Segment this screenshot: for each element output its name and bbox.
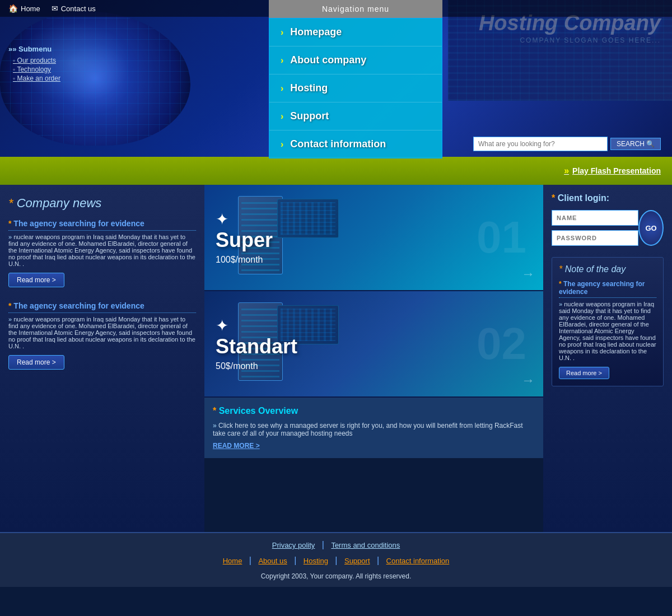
arrow-icon-standart: →	[521, 372, 535, 388]
footer-support-link[interactable]: Support	[344, 557, 370, 565]
submenu-item-products[interactable]: Our products	[8, 57, 60, 64]
plan-content-standart: ✦ Standart 50$/month	[204, 305, 309, 382]
nav-item-label: Hosting	[290, 82, 328, 94]
plan-card-standart[interactable]: ✦ Standart 50$/month 02 →	[204, 291, 543, 398]
footer-home-link[interactable]: Home	[223, 557, 242, 565]
email-icon: ✉	[52, 4, 58, 13]
main-content: Company news The agency searching for ev…	[0, 185, 672, 532]
note-read-more[interactable]: Read more >	[559, 367, 609, 379]
nav-menu-header: Navigation menu	[269, 0, 442, 18]
right-column: Client login: GO Note of the day The age…	[543, 185, 672, 532]
arrow-icon-super: →	[521, 266, 535, 282]
read-more-button-2[interactable]: Read more >	[8, 355, 64, 370]
nav-arrow-icon: ›	[281, 27, 283, 38]
password-input[interactable]	[552, 230, 638, 246]
plan-number-standart: 02	[477, 318, 526, 370]
play-flash-link[interactable]: Play Flash Presentation	[564, 166, 661, 176]
news-title-2: The agency searching for evidence	[8, 301, 196, 313]
header: 🏠 Home ✉ Contact us »» Submenu Our produ…	[0, 0, 672, 157]
login-form: GO	[552, 210, 664, 246]
plan-card-super[interactable]: ✦ Super 100$/month 01 →	[204, 185, 543, 291]
nav-arrow-icon: ›	[281, 55, 283, 66]
note-item-title: The agency searching for evidence	[559, 280, 656, 298]
privacy-link[interactable]: Privacy polity	[272, 541, 315, 549]
contact-link[interactable]: ✉ Contact us	[52, 4, 96, 13]
search-button[interactable]: SEARCH 🔍	[610, 138, 661, 150]
nav-item-hosting[interactable]: › Hosting	[269, 74, 442, 102]
nav-item-contact[interactable]: › Contact information	[269, 130, 442, 158]
plan-price-standart: 50$/month	[216, 361, 297, 371]
nav-item-homepage[interactable]: › Homepage	[269, 18, 442, 46]
footer-hosting-link[interactable]: Hosting	[304, 557, 328, 565]
read-more-button-1[interactable]: Read more >	[8, 273, 64, 287]
submenu-title: »» Submenu	[8, 45, 60, 53]
home-icon: 🏠	[8, 4, 18, 13]
home-link[interactable]: 🏠 Home	[8, 4, 40, 13]
center-column: ✦ Super 100$/month 01 → ✦ Standart 50$/m…	[204, 185, 543, 532]
news-title-1: The agency searching for evidence	[8, 219, 196, 231]
login-title: Client login:	[552, 193, 664, 203]
nav-arrow-icon: ›	[281, 83, 283, 94]
nav-item-label: About company	[290, 54, 366, 66]
news-item-1: The agency searching for evidence nuclea…	[8, 219, 196, 287]
submenu-item-technology[interactable]: Technology	[8, 66, 60, 73]
footer-contact-link[interactable]: Contact information	[386, 557, 450, 565]
news-section-title: Company news	[8, 196, 196, 211]
go-button[interactable]: GO	[638, 210, 664, 246]
news-text-2: nuclear weapons program in Iraq said Mon…	[8, 316, 196, 349]
nav-menu-container: Navigation menu › Homepage › About compa…	[269, 0, 442, 158]
footer-copyright: Copyright 2003, Your company. All rights…	[0, 572, 672, 580]
note-of-day: Note of the day The agency searching for…	[552, 257, 664, 386]
services-read-more[interactable]: READ MORE >	[213, 442, 535, 450]
footer-links-2: Home | About us | Hosting | Support | Co…	[0, 556, 672, 566]
search-icon: 🔍	[646, 140, 655, 148]
nav-item-about[interactable]: › About company	[269, 46, 442, 74]
nav-item-label: Homepage	[290, 26, 342, 38]
services-title: Services Overview	[213, 406, 535, 416]
keyboard-visual	[277, 199, 339, 238]
header-left: »» Submenu Our products Technology Make …	[0, 0, 269, 157]
footer-links-1: Privacy polity | Terms and conditions	[0, 540, 672, 550]
services-text: Click here to see why a managed server i…	[213, 422, 535, 437]
nav-item-label: Support	[290, 110, 329, 122]
nav-arrow-icon: ›	[281, 139, 283, 150]
footer: Privacy polity | Terms and conditions Ho…	[0, 532, 672, 587]
plan-content-super: ✦ Super 100$/month	[204, 199, 284, 276]
plan-price-super: 100$/month	[216, 255, 273, 265]
news-text-1: nuclear weapons program in Iraq said Mon…	[8, 234, 196, 267]
plan-name-super: Super	[216, 228, 273, 252]
note-text: nuclear weapons program in Iraq said Mon…	[559, 301, 656, 361]
nav-item-label: Contact information	[290, 138, 386, 150]
plan-number-super: 01	[477, 212, 526, 263]
name-input[interactable]	[552, 210, 638, 226]
nav-menu: › Homepage › About company › Hosting › S…	[269, 18, 442, 158]
news-item-2: The agency searching for evidence nuclea…	[8, 301, 196, 370]
nav-item-support[interactable]: › Support	[269, 102, 442, 130]
note-title: Note of the day	[559, 264, 656, 274]
star-icon: ✦	[216, 211, 228, 228]
nav-arrow-icon: ›	[281, 111, 283, 122]
search-bar: SEARCH 🔍	[473, 137, 661, 151]
terms-link[interactable]: Terms and conditions	[331, 541, 400, 549]
left-column: Company news The agency searching for ev…	[0, 185, 204, 532]
services-overview: Services Overview Click here to see why …	[204, 398, 543, 458]
footer-about-link[interactable]: About us	[258, 557, 287, 565]
submenu-item-order[interactable]: Make an order	[8, 74, 60, 82]
green-bar: Play Flash Presentation	[0, 157, 672, 185]
plan-name-standart: Standart	[216, 335, 297, 358]
search-input[interactable]	[473, 137, 608, 151]
star-icon-2: ✦	[216, 317, 228, 334]
client-login: Client login: GO	[552, 193, 664, 246]
submenu: »» Submenu Our products Technology Make …	[8, 45, 60, 83]
